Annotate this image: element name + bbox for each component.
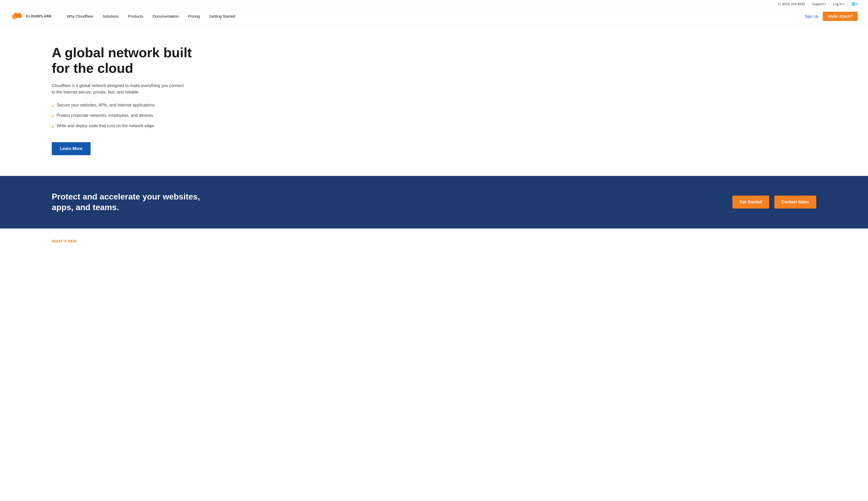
separator-2: | (829, 2, 830, 6)
cta-buttons: Get Started Contact Sales (733, 195, 816, 209)
nav-links: Why Cloudflare Solutions Products Docume… (62, 11, 805, 21)
separator-3: | (848, 2, 848, 6)
separator-1: | (808, 2, 809, 6)
globe-icon: 🌐 (851, 2, 856, 6)
bullet-text-3: Write and deploy code that runs on the n… (57, 124, 155, 128)
sign-up-link[interactable]: Sign Up (805, 14, 818, 18)
main-nav: CLOUDFLARE Why Cloudflare Solutions Prod… (0, 8, 868, 24)
globe-link[interactable]: 🌐 ▾ (851, 2, 858, 6)
nav-actions: Sign Up Under Attack? (805, 12, 858, 21)
logo-text: CLOUDFLARE (26, 14, 52, 18)
bullet-item-1: • Secure your websites, APIs, and Intern… (52, 103, 352, 109)
bullet-dot-icon: • (52, 103, 54, 109)
phone-number: +1 (650) 319 8930 (778, 2, 805, 6)
bullet-item-3: • Write and deploy code that runs on the… (52, 124, 352, 130)
login-chevron-icon: ▾ (843, 3, 844, 6)
bullet-text-2: Protect corporate networks, employees, a… (57, 113, 154, 118)
whats-new-section: WHAT'S NEW (0, 228, 868, 249)
svg-point-0 (12, 16, 17, 19)
under-attack-button[interactable]: Under Attack? (823, 12, 858, 21)
cta-title: Protect and accelerate your websites, ap… (52, 191, 207, 213)
nav-item-solutions[interactable]: Solutions (98, 11, 123, 21)
hero-description: Cloudflare is a global network designed … (52, 82, 186, 96)
bullet-dot-icon: • (52, 124, 54, 130)
support-label: Support (812, 2, 824, 6)
hero-section: A global network built for the cloud Clo… (0, 24, 362, 176)
login-link[interactable]: Log In ▾ (833, 2, 844, 6)
cloudflare-logo-icon (10, 12, 24, 21)
nav-item-products[interactable]: Products (123, 11, 148, 21)
hero-title: A global network built for the cloud (52, 45, 197, 76)
nav-item-documentation[interactable]: Documentation (148, 11, 183, 21)
nav-item-pricing[interactable]: Pricing (183, 11, 205, 21)
cta-banner: Protect and accelerate your websites, ap… (0, 176, 868, 228)
learn-more-button[interactable]: Learn More (52, 142, 90, 155)
bullet-dot-icon: • (52, 113, 54, 119)
nav-item-getting-started[interactable]: Getting Started (205, 11, 240, 21)
bullet-text-1: Secure your websites, APIs, and Internet… (57, 103, 155, 107)
login-label: Log In (833, 2, 842, 6)
logo[interactable]: CLOUDFLARE (10, 12, 52, 21)
top-bar: +1 (650) 319 8930 | Support ▾ | Log In ▾… (0, 0, 868, 8)
support-chevron-icon: ▾ (825, 3, 826, 6)
globe-chevron-icon: ▾ (856, 3, 858, 6)
whats-new-label: WHAT'S NEW (52, 239, 77, 243)
contact-sales-button[interactable]: Contact Sales (774, 195, 816, 209)
support-link[interactable]: Support ▾ (812, 2, 826, 6)
hero-bullets: • Secure your websites, APIs, and Intern… (52, 103, 352, 130)
bullet-item-2: • Protect corporate networks, employees,… (52, 113, 352, 119)
get-started-button[interactable]: Get Started (733, 195, 769, 209)
nav-item-why-cloudflare[interactable]: Why Cloudflare (62, 11, 98, 21)
